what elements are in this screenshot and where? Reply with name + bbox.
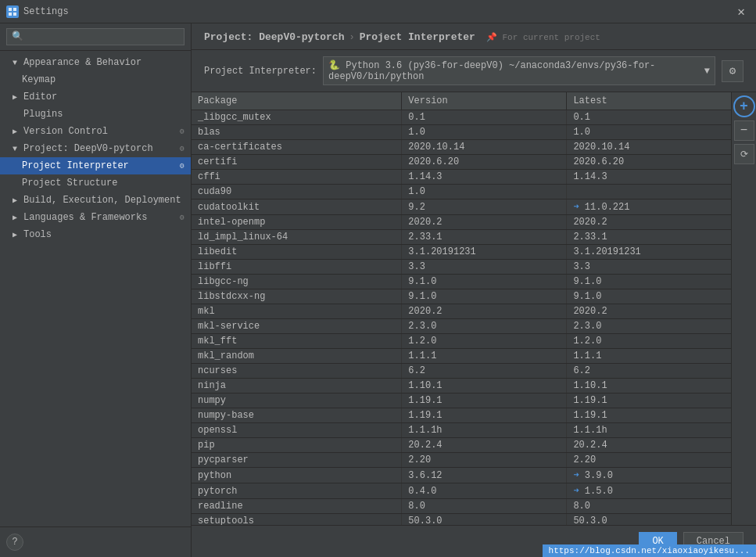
package-latest: ➜ 1.5.0 (567, 483, 731, 499)
table-container[interactable]: Package Version Latest _libgcc_mutex0.10… (192, 92, 731, 525)
table-row[interactable]: readline8.08.0 (192, 499, 731, 514)
content-area: Project: DeepV0-pytorch › Project Interp… (192, 23, 756, 557)
package-latest: 1.2.0 (567, 334, 731, 349)
search-input[interactable] (6, 28, 185, 45)
sidebar-item-label: Appearance & Behavior (23, 57, 142, 68)
table-row[interactable]: intel-openmp2020.22020.2 (192, 215, 731, 230)
col-package[interactable]: Package (192, 92, 402, 110)
package-latest: 50.3.0 (567, 514, 731, 526)
sidebar-item-plugins[interactable]: ▶ Plugins (0, 106, 191, 123)
table-row[interactable]: mkl2020.22020.2 (192, 304, 731, 319)
table-row[interactable]: libedit3.1.201912313.1.20191231 (192, 245, 731, 260)
sidebar-item-label: Project Interpreter (22, 160, 129, 171)
package-version: 0.1 (402, 110, 567, 125)
package-latest: 2.3.0 (567, 319, 731, 334)
app-icon (6, 5, 19, 18)
table-row[interactable]: mkl-service2.3.02.3.0 (192, 319, 731, 334)
main-layout: ▼ Appearance & Behavior Keymap ▶ Editor … (0, 23, 756, 557)
table-row[interactable]: libgcc-ng9.1.09.1.0 (192, 275, 731, 289)
table-row[interactable]: mkl_random1.1.11.1.1 (192, 349, 731, 364)
package-latest (567, 185, 731, 199)
search-box (0, 23, 191, 51)
table-row[interactable]: mkl_fft1.2.01.2.0 (192, 334, 731, 349)
table-row[interactable]: certifi2020.6.202020.6.20 (192, 155, 731, 170)
svg-rect-0 (9, 8, 12, 11)
package-version: 2020.2 (402, 304, 567, 319)
close-button[interactable]: ✕ (733, 2, 750, 21)
help-button[interactable]: ? (6, 534, 23, 551)
table-row[interactable]: ld_impl_linux-642.33.12.33.1 (192, 230, 731, 245)
table-row[interactable]: ncurses6.26.2 (192, 364, 731, 379)
gear-icon: ⚙ (729, 64, 736, 77)
table-row[interactable]: cudatoolkit9.2➜ 11.0.221 (192, 199, 731, 215)
table-row[interactable]: _libgcc_mutex0.10.1 (192, 110, 731, 125)
package-name: _libgcc_mutex (192, 110, 402, 125)
sidebar-item-label: Keymap (22, 74, 56, 85)
package-version: 1.1.1h (402, 423, 567, 438)
update-arrow-icon: ➜ (573, 486, 584, 497)
sidebar-item-version-control[interactable]: ▶ Version Control ⚙ (0, 123, 191, 140)
upgrade-package-button[interactable]: ⟳ (734, 144, 754, 164)
update-arrow-icon: ➜ (573, 470, 584, 481)
table-row[interactable]: numpy-base1.19.11.19.1 (192, 408, 731, 423)
sidebar-content: ▼ Appearance & Behavior Keymap ▶ Editor … (0, 51, 191, 526)
table-row[interactable]: pycparser2.202.20 (192, 453, 731, 468)
interpreter-gear-button[interactable]: ⚙ (722, 60, 743, 82)
table-row[interactable]: cffi1.14.31.14.3 (192, 170, 731, 185)
expand-icon: ▼ (13, 145, 20, 153)
side-buttons: + − ⟳ (731, 92, 756, 525)
package-version: 2.20 (402, 453, 567, 468)
sidebar-item-project-interpreter[interactable]: Project Interpreter ⚙ (0, 157, 191, 174)
package-version: 3.1.20191231 (402, 245, 567, 260)
sidebar-item-languages[interactable]: ▶ Languages & Frameworks ⚙ (0, 209, 191, 226)
table-row[interactable]: openssl1.1.1h1.1.1h (192, 423, 731, 438)
package-latest: 2020.2 (567, 215, 731, 230)
sidebar-item-label: Project Structure (22, 178, 117, 189)
package-version: 50.3.0 (402, 514, 567, 526)
update-arrow-icon: ➜ (573, 202, 584, 213)
package-latest: 6.2 (567, 364, 731, 379)
expand-icon: ▶ (13, 127, 20, 136)
breadcrumb-note: 📌 For current project (486, 32, 600, 42)
package-name: libedit (192, 245, 402, 260)
interpreter-select[interactable]: 🐍 Python 3.6 (py36-for-deepV0) ~/anacond… (323, 56, 715, 85)
sidebar-item-label: Languages & Frameworks (23, 212, 147, 223)
expand-icon: ▼ (13, 59, 20, 67)
package-version: 9.2 (402, 199, 567, 215)
sidebar-item-project[interactable]: ▼ Project: DeepV0-pytorch ⚙ (0, 140, 191, 157)
sidebar-item-appearance[interactable]: ▼ Appearance & Behavior (0, 54, 191, 71)
title-bar: Settings ✕ (0, 0, 756, 23)
table-row[interactable]: pip20.2.420.2.4 (192, 438, 731, 453)
sidebar-item-build[interactable]: ▶ Build, Execution, Deployment (0, 192, 191, 209)
add-package-button[interactable]: + (733, 95, 755, 117)
col-latest[interactable]: Latest (567, 92, 731, 110)
package-version: 1.14.3 (402, 170, 567, 185)
table-row[interactable]: ca-certificates2020.10.142020.10.14 (192, 140, 731, 155)
package-latest: 8.0 (567, 499, 731, 514)
sidebar-item-tools[interactable]: ▶ Tools (0, 226, 191, 243)
interpreter-icon: ⚙ (180, 161, 185, 171)
table-row[interactable]: numpy1.19.11.19.1 (192, 393, 731, 408)
sidebar-item-label: Plugins (23, 109, 63, 120)
package-latest: 9.1.0 (567, 289, 731, 304)
table-row[interactable]: libffi3.33.3 (192, 260, 731, 275)
breadcrumb-current: Project Interpreter (360, 31, 475, 43)
table-row[interactable]: libstdcxx-ng9.1.09.1.0 (192, 289, 731, 304)
package-latest: 1.1.1 (567, 349, 731, 364)
package-latest: 9.1.0 (567, 275, 731, 289)
dropdown-arrow-icon: ▼ (704, 66, 710, 77)
sidebar-item-editor[interactable]: ▶ Editor (0, 88, 191, 106)
package-name: ca-certificates (192, 140, 402, 155)
table-row[interactable]: setuptools50.3.050.3.0 (192, 514, 731, 526)
table-row[interactable]: ninja1.10.11.10.1 (192, 379, 731, 393)
sidebar-item-project-structure[interactable]: Project Structure (0, 174, 191, 192)
table-row[interactable]: blas1.01.0 (192, 125, 731, 140)
col-version[interactable]: Version (402, 92, 567, 110)
refresh-icon: ⟳ (740, 149, 748, 160)
table-row[interactable]: cuda901.0 (192, 185, 731, 199)
sidebar-item-keymap[interactable]: Keymap (0, 71, 191, 88)
table-row[interactable]: python3.6.12➜ 3.9.0 (192, 468, 731, 483)
table-row[interactable]: pytorch0.4.0➜ 1.5.0 (192, 483, 731, 499)
package-latest: 1.19.1 (567, 393, 731, 408)
remove-package-button[interactable]: − (734, 120, 754, 141)
